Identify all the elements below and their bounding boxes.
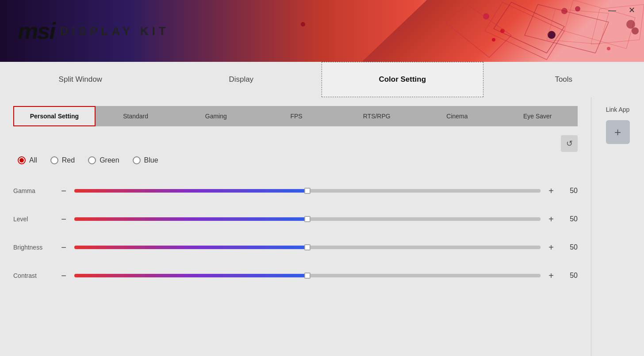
nav-split-window[interactable]: Split Window (0, 62, 161, 97)
gamma-value: 50 (562, 187, 578, 195)
gamma-minus[interactable]: − (59, 186, 68, 196)
contrast-value: 50 (562, 272, 578, 280)
brightness-label: Brightness (13, 244, 53, 251)
brightness-track-fill (74, 246, 307, 249)
gamma-thumb[interactable] (304, 188, 310, 194)
svg-point-4 (500, 29, 505, 33)
tab-eye-saver[interactable]: Eye Saver (497, 106, 578, 126)
nav-bar: Split Window Display Color Setting Tools (0, 62, 644, 97)
channel-blue[interactable]: Blue (133, 156, 158, 164)
reset-row: ↺ (13, 135, 578, 152)
radio-all[interactable] (18, 156, 26, 164)
contrast-track[interactable] (74, 273, 540, 279)
right-sidebar: Link App + (591, 97, 644, 356)
decoration-dot-3 (548, 31, 556, 39)
color-channels: All Red Green Blue (13, 156, 578, 164)
radio-green[interactable] (88, 156, 96, 164)
level-thumb[interactable] (304, 216, 310, 222)
gamma-track[interactable] (74, 188, 540, 194)
nav-color-setting[interactable]: Color Setting (322, 62, 483, 97)
channel-green[interactable]: Green (88, 156, 119, 164)
minimize-button[interactable]: — (606, 5, 618, 15)
channel-blue-label: Blue (144, 156, 158, 164)
tab-standard[interactable]: Standard (96, 106, 176, 126)
reset-button[interactable]: ↺ (561, 135, 578, 152)
tab-fps[interactable]: FPS (256, 106, 337, 126)
close-button[interactable]: ✕ (627, 5, 637, 15)
svg-marker-1 (525, 4, 609, 53)
header: msi DISPLAY KIT — ✕ (0, 0, 644, 62)
slider-row-gamma: Gamma − + 50 (13, 177, 578, 205)
brightness-track[interactable] (74, 244, 540, 250)
nav-display[interactable]: Display (161, 62, 322, 97)
product-name: DISPLAY KIT (60, 24, 169, 38)
nav-tools[interactable]: Tools (483, 62, 644, 97)
level-value: 50 (562, 215, 578, 223)
tab-rts-rpg[interactable]: RTS/RPG (337, 106, 417, 126)
radio-blue[interactable] (133, 156, 141, 164)
svg-marker-0 (485, 2, 564, 60)
window-controls: — ✕ (606, 5, 637, 15)
slider-row-brightness: Brightness − + 50 (13, 233, 578, 261)
logo-area: msi DISPLAY KIT (18, 19, 169, 42)
channel-all-label: All (29, 156, 37, 164)
channel-red[interactable]: Red (50, 156, 75, 164)
contrast-plus[interactable]: + (547, 271, 556, 281)
level-label: Level (13, 216, 53, 223)
channel-all[interactable]: All (18, 156, 37, 164)
radio-red[interactable] (50, 156, 58, 164)
slider-row-level: Level − + 50 (13, 205, 578, 233)
main-content: Personal Setting Standard Gaming FPS RTS… (0, 97, 644, 356)
svg-point-7 (607, 47, 610, 50)
tab-cinema[interactable]: Cinema (417, 106, 498, 126)
contrast-track-fill (74, 274, 307, 277)
svg-point-5 (561, 8, 567, 14)
level-track-fill (74, 217, 307, 221)
tab-gaming[interactable]: Gaming (176, 106, 256, 126)
sliders-area: Gamma − + 50 Level − + (13, 177, 578, 290)
level-plus[interactable]: + (547, 214, 556, 224)
brightness-minus[interactable]: − (59, 242, 68, 253)
gamma-label: Gamma (13, 187, 53, 194)
link-app-label: Link App (606, 106, 630, 113)
add-link-app-button[interactable]: + (606, 120, 630, 144)
brightness-plus[interactable]: + (547, 242, 556, 253)
gamma-plus[interactable]: + (547, 186, 556, 196)
gamma-track-fill (74, 189, 307, 193)
profile-tabs: Personal Setting Standard Gaming FPS RTS… (13, 106, 578, 126)
brightness-value: 50 (562, 243, 578, 251)
svg-point-6 (626, 20, 635, 29)
slider-row-contrast: Contrast − + 50 (13, 261, 578, 290)
channel-green-label: Green (100, 156, 119, 164)
settings-panel: Personal Setting Standard Gaming FPS RTS… (0, 97, 591, 356)
contrast-label: Contrast (13, 272, 53, 279)
tab-personal-setting[interactable]: Personal Setting (13, 106, 96, 126)
decoration-dot-2 (483, 13, 489, 19)
header-graphic (334, 0, 644, 62)
channel-red-label: Red (62, 156, 75, 164)
contrast-thumb[interactable] (304, 273, 310, 279)
brightness-thumb[interactable] (304, 244, 310, 250)
contrast-minus[interactable]: − (59, 271, 68, 281)
level-track[interactable] (74, 216, 540, 222)
decoration-dot-1 (301, 22, 305, 27)
level-minus[interactable]: − (59, 214, 68, 224)
msi-logo: msi (18, 19, 55, 42)
